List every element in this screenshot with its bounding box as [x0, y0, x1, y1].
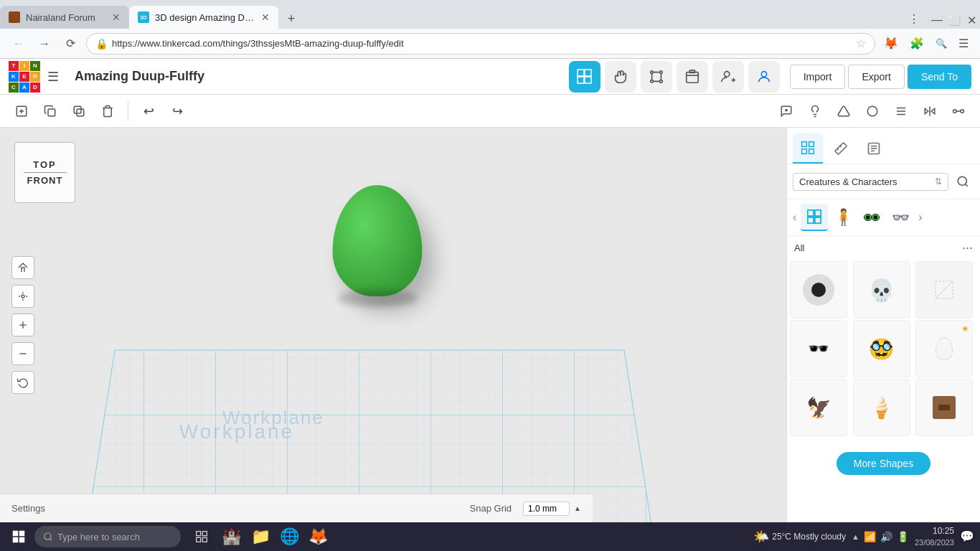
bookmark-icon[interactable]: ☆ — [856, 37, 866, 50]
shape-item-icecream[interactable]: 🍦 — [853, 379, 910, 436]
svg-rect-67 — [202, 537, 207, 542]
reset-view-button[interactable] — [11, 371, 34, 394]
group-button[interactable] — [946, 98, 971, 124]
category-dropdown[interactable]: Creatures & Characters ⇅ — [793, 173, 948, 191]
close-tab-tinkercad[interactable]: ✕ — [261, 11, 270, 23]
clipboard-button[interactable] — [677, 61, 708, 93]
url-bar[interactable]: https://www.tinkercad.com/things/3thssje… — [112, 38, 852, 49]
pentagon-button[interactable] — [859, 98, 885, 124]
close-tab-nairaland[interactable]: ✕ — [112, 11, 121, 23]
shape-item-egg[interactable]: ★ — [915, 320, 973, 377]
minimize-button[interactable]: — — [928, 11, 946, 29]
close-window-button[interactable]: ✕ — [963, 11, 980, 29]
duplicate-button[interactable] — [66, 98, 92, 124]
3d-view-button[interactable] — [569, 61, 600, 93]
new-tab-button[interactable]: + — [281, 9, 301, 29]
add-user-button[interactable] — [712, 61, 744, 93]
taskbar-edge[interactable]: 🌐 — [277, 524, 301, 549]
notes-tab[interactable] — [859, 133, 889, 164]
up-arrow-tray[interactable]: ▲ — [852, 532, 859, 541]
taskbar-search-input[interactable] — [57, 532, 172, 542]
character-shapes-icon[interactable]: 🧍 — [829, 204, 857, 231]
send-to-button[interactable]: Send To — [908, 65, 971, 89]
shape-item-mustache[interactable]: 🥸 — [853, 320, 910, 377]
zoom-out-button[interactable] — [11, 342, 34, 365]
canvas-area[interactable]: Workplane TOP FRONT — [0, 128, 786, 522]
svg-rect-62 — [19, 537, 25, 543]
shape-item-skeleton[interactable]: 💀 — [853, 261, 910, 319]
taskbar-search[interactable] — [34, 526, 181, 547]
menu-icon[interactable]: ☰ — [956, 34, 971, 53]
snap-arrow-up[interactable]: ▲ — [574, 504, 581, 512]
import-button[interactable]: Import — [790, 65, 846, 89]
forward-button[interactable]: → — [34, 34, 55, 54]
export-button[interactable]: Export — [848, 65, 904, 89]
firefox-account-icon[interactable]: 🦊 — [881, 34, 901, 53]
notification-icon[interactable]: 💬 — [960, 529, 974, 543]
battery-icon[interactable]: 🔋 — [897, 531, 909, 542]
light-bulb-button[interactable] — [802, 98, 828, 124]
fit-view-button[interactable] — [11, 285, 34, 308]
egg-shape — [333, 185, 423, 296]
new-design-button[interactable] — [9, 98, 34, 124]
delete-button[interactable] — [95, 98, 121, 124]
search-shapes-button[interactable] — [951, 170, 974, 193]
shapes-next-button[interactable]: › — [915, 208, 925, 227]
network-icon[interactable]: 📶 — [864, 531, 876, 542]
start-button[interactable] — [6, 524, 32, 550]
design-list-icon[interactable]: ☰ — [47, 69, 59, 85]
shape-item-eye[interactable] — [790, 261, 847, 319]
shapes-tab[interactable] — [793, 133, 823, 164]
shape-item-blank1[interactable] — [915, 261, 973, 319]
user-avatar[interactable] — [748, 61, 780, 93]
svg-rect-65 — [197, 532, 201, 536]
task-view-button[interactable] — [189, 524, 214, 549]
nav-cube-top-label: TOP — [33, 159, 57, 170]
hand-tool-button[interactable] — [605, 61, 636, 93]
shapes-prev-button[interactable]: ‹ — [790, 208, 799, 227]
zoom-icon[interactable]: 🔍 — [933, 35, 950, 52]
zoom-in-button[interactable] — [11, 314, 34, 336]
refresh-button[interactable]: ⟳ — [60, 34, 80, 54]
nav-cube[interactable]: TOP FRONT — [14, 142, 75, 203]
weather-icon: 🌤️ — [753, 529, 769, 545]
egg-shadow — [338, 289, 417, 307]
shape-item-glasses[interactable]: 🕶️ — [790, 320, 847, 377]
mirror-button[interactable] — [917, 98, 943, 124]
tab-overflow-button[interactable]: ⋮ — [905, 9, 923, 29]
svg-point-28 — [961, 109, 964, 113]
taskbar-castle-app[interactable]: 🏰 — [218, 524, 244, 550]
home-view-button[interactable] — [11, 256, 34, 279]
path-tool-button[interactable] — [641, 61, 672, 93]
3d-object-egg[interactable] — [333, 185, 423, 307]
settings-label[interactable]: Settings — [11, 503, 45, 514]
tab-tinkercad[interactable]: 3D 3D design Amazing Duup-Fulff... ✕ — [129, 6, 278, 29]
taskbar-firefox[interactable]: 🦊 — [306, 524, 330, 549]
snap-value-input[interactable] — [523, 501, 570, 516]
tab-nairaland[interactable]: Nairaland Forum ✕ — [0, 6, 129, 29]
shape-item-claw[interactable]: 🦅 — [790, 379, 847, 436]
svg-point-54 — [866, 215, 870, 219]
maximize-button[interactable]: ⬜ — [946, 11, 963, 29]
more-options-button[interactable]: ··· — [962, 240, 973, 255]
undo-button[interactable]: ↩ — [136, 98, 161, 124]
redo-button[interactable]: ↪ — [164, 98, 190, 124]
volume-icon[interactable]: 🔊 — [880, 531, 892, 542]
system-tray: 🌤️ 25°C Mostly cloudy ▲ 📶 🔊 🔋 10:25 23/0… — [753, 526, 974, 547]
comment-button[interactable] — [773, 98, 799, 124]
tinkercad-logo: T I N K E R C A D — [9, 61, 40, 93]
measure-tab[interactable] — [826, 133, 856, 164]
back-button[interactable]: ← — [9, 34, 29, 54]
all-shapes-icon[interactable] — [801, 204, 828, 231]
copy-paste-button[interactable] — [37, 98, 63, 124]
accessories-shapes-icon[interactable]: 👓 — [887, 204, 914, 231]
taskbar-file-explorer[interactable]: 📁 — [248, 524, 273, 549]
eyes-shapes-icon[interactable] — [858, 204, 885, 231]
align-button[interactable] — [888, 98, 914, 124]
clock-widget[interactable]: 10:25 23/08/2023 — [915, 526, 954, 547]
extensions-icon[interactable]: 🧩 — [907, 34, 927, 53]
more-shapes-button[interactable]: More Shapes — [837, 452, 930, 475]
svg-rect-61 — [13, 537, 19, 543]
shape-item-box[interactable] — [915, 379, 973, 436]
shape-button[interactable] — [831, 98, 857, 124]
